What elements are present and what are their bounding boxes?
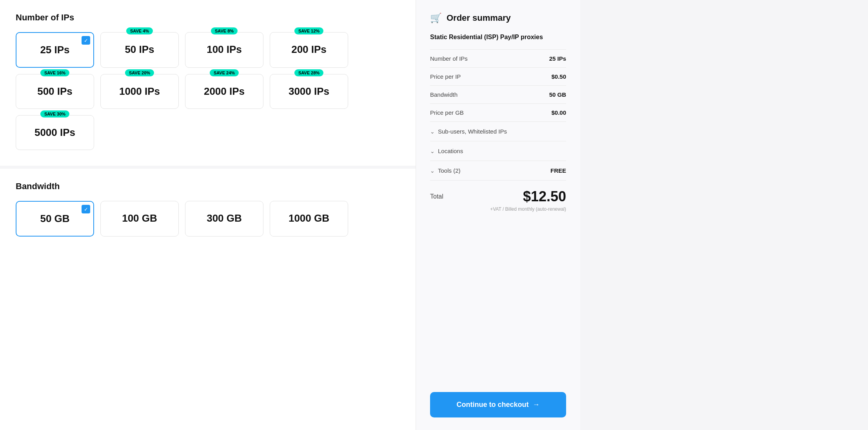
ip-card-label: 25 IPs (23, 44, 87, 56)
ip-option-card[interactable]: SAVE 30%5000 IPs (16, 115, 94, 150)
total-row: Total $12.50 (430, 180, 566, 206)
ip-option-card[interactable]: SAVE 24%2000 IPs (185, 74, 263, 109)
ip-option-card[interactable]: SAVE 12%200 IPs (270, 32, 348, 68)
expand-row-label: Tools (2) (438, 167, 461, 174)
order-detail-row: Price per GB$0.00 (430, 103, 566, 121)
ip-option-card[interactable]: SAVE 8%100 IPs (185, 32, 263, 68)
order-summary-panel: 🛒 Order summary Static Residential (ISP)… (416, 0, 580, 430)
order-detail-row: Price per IP$0.50 (430, 67, 566, 85)
bandwidth-option-card[interactable]: ✓50 GB (16, 201, 94, 237)
main-content: Number of IPs ✓25 IPsSAVE 4%50 IPsSAVE 8… (0, 0, 416, 430)
order-summary-title: Order summary (447, 13, 511, 23)
order-row-value: $0.00 (551, 109, 566, 116)
order-row-label: Price per IP (430, 73, 461, 80)
order-detail-row: Bandwidth50 GB (430, 85, 566, 103)
save-badge: SAVE 20% (125, 69, 154, 76)
save-badge: SAVE 12% (294, 27, 323, 34)
save-badge: SAVE 24% (210, 69, 239, 76)
ip-card-label: 1000 IPs (107, 85, 172, 98)
ip-card-label: 100 IPs (192, 43, 257, 56)
checkout-button[interactable]: Continue to checkout → (430, 392, 566, 417)
order-row-label: Bandwidth (430, 91, 458, 98)
checkout-label: Continue to checkout (457, 401, 529, 409)
order-row-value: 25 IPs (549, 55, 566, 62)
bandwidth-option-card[interactable]: 300 GB (185, 201, 263, 237)
ip-card-label: 200 IPs (276, 43, 341, 56)
expand-row-value: FREE (550, 167, 566, 174)
save-badge: SAVE 8% (211, 27, 238, 34)
ip-option-card[interactable]: SAVE 28%3000 IPs (270, 74, 348, 109)
ip-option-card[interactable]: SAVE 20%1000 IPs (100, 74, 179, 109)
selected-check-icon: ✓ (82, 205, 90, 213)
ip-card-label: 3000 IPs (276, 85, 341, 98)
ip-section-title: Number of IPs (16, 13, 400, 23)
chevron-down-icon: ⌄ (430, 168, 435, 174)
expand-row[interactable]: ⌄Tools (2)FREE (430, 161, 566, 180)
ip-card-label: 50 IPs (107, 43, 172, 56)
order-row-value: 50 GB (549, 91, 566, 98)
ip-option-card[interactable]: ✓25 IPs (16, 32, 94, 68)
save-badge: SAVE 30% (40, 110, 69, 117)
ip-option-card[interactable]: SAVE 16%500 IPs (16, 74, 94, 109)
section-divider (0, 166, 416, 169)
bandwidth-card-label: 300 GB (192, 212, 257, 224)
cart-icon: 🛒 (430, 13, 442, 23)
bandwidth-card-label: 1000 GB (276, 212, 341, 224)
total-label: Total (430, 193, 443, 200)
ip-card-label: 2000 IPs (192, 85, 257, 98)
ip-option-card[interactable]: SAVE 4%50 IPs (100, 32, 179, 68)
expand-row[interactable]: ⌄Sub-users, Whitelisted IPs (430, 121, 566, 141)
ip-card-label: 500 IPs (22, 85, 87, 98)
bandwidth-option-card[interactable]: 1000 GB (270, 201, 348, 237)
expand-row[interactable]: ⌄Locations (430, 141, 566, 161)
bandwidth-section-title: Bandwidth (16, 181, 400, 192)
ip-card-label: 5000 IPs (22, 126, 87, 139)
bandwidth-card-label: 100 GB (107, 212, 172, 224)
total-value: $12.50 (523, 188, 566, 205)
order-detail-row: Number of IPs25 IPs (430, 49, 566, 67)
order-row-label: Number of IPs (430, 55, 468, 62)
bandwidth-options-grid: ✓50 GB100 GB300 GB1000 GB (16, 201, 400, 237)
bandwidth-option-card[interactable]: 100 GB (100, 201, 179, 237)
save-badge: SAVE 4% (126, 27, 153, 34)
bandwidth-card-label: 50 GB (23, 213, 87, 225)
vat-note: +VAT / Billed monthly (auto-renewal) (430, 206, 566, 212)
product-name: Static Residential (ISP) Pay/IP proxies (430, 33, 566, 42)
expand-row-label: Locations (438, 148, 463, 154)
order-header: 🛒 Order summary (430, 13, 566, 23)
order-rows: Number of IPs25 IPsPrice per IP$0.50Band… (430, 49, 566, 121)
expand-rows: ⌄Sub-users, Whitelisted IPs⌄Locations⌄To… (430, 121, 566, 180)
selected-check-icon: ✓ (82, 36, 90, 45)
order-row-label: Price per GB (430, 109, 464, 116)
save-badge: SAVE 16% (40, 69, 69, 76)
chevron-down-icon: ⌄ (430, 128, 435, 135)
arrow-icon: → (533, 401, 540, 409)
expand-row-label: Sub-users, Whitelisted IPs (438, 128, 507, 135)
ip-options-grid: ✓25 IPsSAVE 4%50 IPsSAVE 8%100 IPsSAVE 1… (16, 32, 400, 150)
chevron-down-icon: ⌄ (430, 148, 435, 154)
save-badge: SAVE 28% (294, 69, 323, 76)
order-row-value: $0.50 (551, 73, 566, 80)
